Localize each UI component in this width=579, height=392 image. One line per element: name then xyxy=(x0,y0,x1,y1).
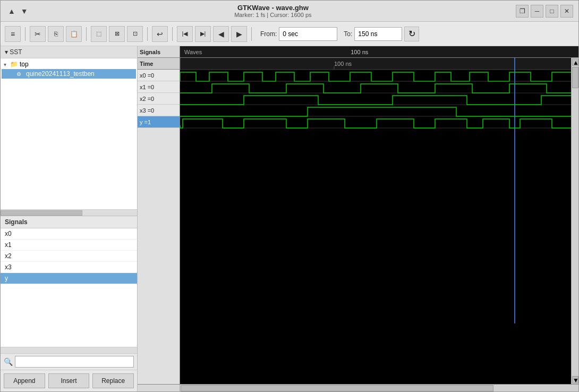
svg-text:100 ns: 100 ns xyxy=(334,61,352,67)
vertical-scrollbar[interactable]: ▲ ▼ xyxy=(571,58,578,384)
to-label: To: xyxy=(344,30,352,38)
titlebar: ▲ ▼ GTKWave - wave.ghw Marker: 1 fs | Cu… xyxy=(1,1,578,22)
arrow-up-btn[interactable]: ▲ xyxy=(6,6,18,16)
left-panel: ▾ SST ▾ 📁 top ⚙ quine20241113_testben xyxy=(1,46,138,391)
sst-section: ▾ SST ▾ 📁 top ⚙ quine20241113_testben xyxy=(1,46,137,216)
window-subtitle: Marker: 1 fs | Cursor: 1600 ps xyxy=(234,12,311,18)
wave-area: Signals Waves 100 ns Time x0 =0 xyxy=(138,46,578,391)
tb-sep-5 xyxy=(251,27,252,41)
sig-row-x1[interactable]: x1 =0 xyxy=(138,81,180,93)
tb-sep-3 xyxy=(147,27,148,41)
horizontal-scrollbar[interactable] xyxy=(138,384,578,391)
waveform-canvas[interactable]: 100 ns xyxy=(180,58,571,384)
search-bar: 🔍 xyxy=(1,353,137,370)
sst-tree[interactable]: ▾ 📁 top ⚙ quine20241113_testben xyxy=(1,58,137,209)
arrow-down-btn[interactable]: ▼ xyxy=(19,6,30,16)
tb-sep-2 xyxy=(86,27,87,41)
vscroll-up-btn[interactable]: ▲ xyxy=(572,58,578,66)
next-btn[interactable]: ▶ xyxy=(231,26,247,42)
from-label: From: xyxy=(260,30,277,38)
ruler-100ns-label: 100 ns xyxy=(351,49,368,55)
titlebar-arrows: ▲ ▼ xyxy=(6,6,30,16)
menu-btn[interactable]: ≡ xyxy=(5,26,21,42)
waveform-svg: 100 ns xyxy=(180,58,571,384)
search-icon: 🔍 xyxy=(4,357,13,366)
titlebar-controls: ❐ ─ □ ✕ xyxy=(516,5,573,18)
cut-btn[interactable]: ✂ xyxy=(30,26,46,42)
tb-sep-1 xyxy=(25,27,25,41)
vscroll-track[interactable] xyxy=(572,89,578,376)
window-title: GTKWave - wave.ghw xyxy=(237,4,309,12)
signal-item-y[interactable]: y xyxy=(1,273,137,284)
signal-item-x1[interactable]: x1 xyxy=(1,240,137,251)
sig-row-x3[interactable]: x3 =0 xyxy=(138,105,180,116)
signals-col-header: Signals xyxy=(138,46,180,57)
minimize-btn[interactable]: ─ xyxy=(531,5,543,18)
tree-icon-testbench: ⚙ xyxy=(16,71,25,77)
tree-item-top[interactable]: ▾ 📁 top xyxy=(2,59,136,69)
copy-btn[interactable]: ⎘ xyxy=(48,26,64,42)
undo-btn[interactable]: ↩ xyxy=(152,26,168,42)
search-input[interactable] xyxy=(15,356,134,368)
sig-row-y[interactable]: y =1 xyxy=(138,116,180,128)
svg-rect-13 xyxy=(180,116,571,128)
close-btn[interactable]: ✕ xyxy=(560,5,573,18)
refresh-btn[interactable]: ↻ xyxy=(404,27,419,41)
from-input[interactable] xyxy=(279,27,337,41)
signal-item-x2[interactable]: x2 xyxy=(1,251,137,262)
prev-btn[interactable]: ◀ xyxy=(213,26,229,42)
titlebar-center: GTKWave - wave.ghw Marker: 1 fs | Cursor… xyxy=(234,4,311,18)
vscroll-thumb[interactable] xyxy=(572,67,578,88)
svg-rect-0 xyxy=(180,58,571,70)
hscroll-track[interactable] xyxy=(180,385,571,391)
zoom-sel-btn[interactable]: ⊡ xyxy=(127,26,143,42)
sig-row-x0[interactable]: x0 =0 xyxy=(138,70,180,81)
sst-scrollbar[interactable] xyxy=(1,209,137,216)
vscroll-down-btn[interactable]: ▼ xyxy=(572,376,578,384)
signal-item-x0[interactable]: x0 xyxy=(1,228,137,240)
maximize-btn[interactable]: □ xyxy=(546,5,558,18)
main-window: ▲ ▼ GTKWave - wave.ghw Marker: 1 fs | Cu… xyxy=(0,0,579,392)
sig-row-x2[interactable]: x2 =0 xyxy=(138,93,180,105)
go-end-btn[interactable]: ▶| xyxy=(195,26,211,42)
wave-rows-container: Time x0 =0 x1 =0 x2 =0 x3 =0 y xyxy=(138,58,578,384)
waves-col-header: Waves 100 ns xyxy=(180,46,578,57)
signals-list[interactable]: x0 x1 x2 x3 y xyxy=(1,228,137,347)
paste-btn[interactable]: 📋 xyxy=(66,26,82,42)
sst-header: ▾ SST xyxy=(1,46,137,58)
go-start-btn[interactable]: |◀ xyxy=(177,26,193,42)
hscroll-right-spacer xyxy=(571,385,578,391)
replace-btn[interactable]: Replace xyxy=(92,373,134,388)
hscroll-left-spacer xyxy=(138,385,180,391)
select-all-btn[interactable]: ⬚ xyxy=(91,26,107,42)
tree-icon-top: 📁 xyxy=(10,61,19,68)
time-header-cell: Time xyxy=(138,58,180,70)
signals-section: Signals x0 x1 x2 x3 y xyxy=(1,216,137,353)
zoom-fit-btn[interactable]: ⊠ xyxy=(109,26,125,42)
restore-btn[interactable]: ❐ xyxy=(516,5,529,18)
append-btn[interactable]: Append xyxy=(4,373,45,388)
tb-sep-4 xyxy=(172,27,173,41)
tree-item-testbench[interactable]: ⚙ quine20241113_testben xyxy=(2,69,136,79)
tree-toggle-top[interactable]: ▾ xyxy=(4,62,10,67)
insert-btn[interactable]: Insert xyxy=(48,373,90,388)
toolbar: ≡ ✂ ⎘ 📋 ⬚ ⊠ ⊡ ↩ |◀ ▶| ◀ ▶ From: To: ↻ xyxy=(1,22,578,46)
signals-header: Signals xyxy=(1,216,137,228)
main-area: ▾ SST ▾ 📁 top ⚙ quine20241113_testben xyxy=(1,46,578,391)
tree-label-top: top xyxy=(20,61,29,68)
signal-names-column: Time x0 =0 x1 =0 x2 =0 x3 =0 y xyxy=(138,58,180,384)
tree-label-testbench: quine20241113_testben xyxy=(26,70,95,78)
sst-scrollbar-thumb[interactable] xyxy=(1,210,82,216)
signals-scrollbar[interactable] xyxy=(1,347,137,353)
signals-waves-header: Signals Waves 100 ns xyxy=(138,46,578,58)
hscroll-thumb[interactable] xyxy=(181,385,493,391)
bottom-buttons: Append Insert Replace xyxy=(1,370,137,391)
signal-item-x3[interactable]: x3 xyxy=(1,262,137,273)
to-input[interactable] xyxy=(354,27,402,41)
